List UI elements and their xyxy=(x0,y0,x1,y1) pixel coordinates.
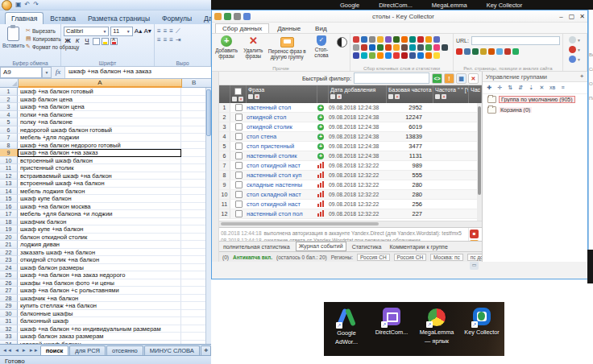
cell-b[interactable] xyxy=(181,256,207,264)
kc-bottom-tab[interactable]: Комментарии к группе xyxy=(387,244,450,250)
collect-tool-icon[interactable] xyxy=(377,52,384,59)
cell-a[interactable]: мебель +для лоджии xyxy=(18,134,181,142)
collect-tool-icon[interactable] xyxy=(377,44,384,51)
excel-row[interactable]: 16 шкаф +на балкон москва xyxy=(0,203,211,211)
row-number[interactable]: 10 xyxy=(0,157,18,165)
cell-a[interactable]: шкаф +на балкон +с рольставнями xyxy=(18,287,181,295)
row-number[interactable]: 17 xyxy=(0,210,18,218)
collect-tool-icon[interactable] xyxy=(393,36,400,43)
row-number[interactable]: 5 xyxy=(0,118,18,126)
kc-bottom-tab[interactable]: полнительная статистика xyxy=(221,244,292,250)
cell-a[interactable]: шкаф +на балкон +по индивидуальным разме… xyxy=(18,325,181,333)
row-number[interactable]: 19 xyxy=(0,225,18,234)
collect-tool-icon[interactable] xyxy=(353,44,359,51)
pin-icon[interactable]: ✦ xyxy=(579,73,584,81)
phrase-cell[interactable]: откидной стол xyxy=(247,114,317,121)
row-number[interactable]: 18 xyxy=(0,218,18,226)
cell-a[interactable]: недорогой шкаф балкон готовый xyxy=(18,126,181,134)
cell-a[interactable]: мебель +для балкона +и лоджии xyxy=(18,210,181,218)
kc-table-row[interactable]: 8 настенный стол куп + 09.08.2018 12:32:… xyxy=(219,171,482,180)
far-tool-icon[interactable]: ▼ xyxy=(569,36,581,43)
kc-table-row[interactable]: 9 складные настенны + 09.08.2018 12:32:2… xyxy=(219,180,482,190)
excel-row[interactable]: 13 встроенный шкаф +на балкон xyxy=(0,180,211,188)
column-header-a[interactable]: A xyxy=(19,79,182,88)
kc-table-row[interactable]: 5 стол пристенный + 09.08.2018 12:24:38 … xyxy=(219,142,482,151)
clear-log-icon[interactable]: ▭ xyxy=(470,261,479,270)
row-number[interactable]: 4 xyxy=(0,111,18,119)
group-tree-item[interactable]: Группа по умолчанию (905) xyxy=(483,94,587,105)
row-checkbox[interactable] xyxy=(235,133,243,140)
add-phrases-button[interactable]: + Добавить фразы xyxy=(214,35,238,59)
collect-tool-icon[interactable] xyxy=(417,52,424,59)
cell-b[interactable] xyxy=(181,111,207,119)
cell-b[interactable] xyxy=(181,142,207,150)
collect-tool-icon[interactable] xyxy=(442,44,448,51)
collect-tool-icon[interactable] xyxy=(361,44,367,51)
row-number[interactable]: 6 xyxy=(0,126,18,134)
cell-b[interactable] xyxy=(181,279,207,287)
row-number[interactable]: 21 xyxy=(0,241,18,249)
desktop-icon-megalemma[interactable]: ↗ MegaLemma — ярлык xyxy=(414,307,459,356)
row-checkbox[interactable] xyxy=(235,104,243,111)
cell-a[interactable]: шкафы +на балкон фото +и цены xyxy=(18,279,181,287)
cell-b[interactable] xyxy=(181,271,207,279)
filter-action-icon[interactable]: ▦ xyxy=(456,73,467,84)
italic-button[interactable]: К xyxy=(73,37,81,45)
minimize-button[interactable]: – xyxy=(556,13,566,20)
filter-action-icon[interactable]: ✕ xyxy=(468,73,479,84)
name-box-dropdown-icon[interactable]: ▼ xyxy=(42,67,52,78)
cell-a[interactable]: шкаф +на балкон +на заказ xyxy=(18,149,181,157)
align-left-icon[interactable]: ≡ xyxy=(157,36,161,43)
bold-button[interactable]: Ж xyxy=(64,37,72,45)
cell-b[interactable] xyxy=(181,126,207,134)
kc-menu-tab[interactable]: Данные xyxy=(271,24,307,33)
row-checkbox[interactable] xyxy=(235,201,243,208)
excel-row[interactable]: 29 купить стеллаж +на балкон xyxy=(0,302,211,310)
kc-table-row[interactable]: 6 настенный столик + 09.08.2018 12:24:38… xyxy=(219,151,482,161)
cell-a[interactable]: шкаф балкон размеры xyxy=(18,264,181,272)
cell-a[interactable]: шкафчик +на балкон xyxy=(18,295,181,303)
cell-a[interactable]: встроенный шкаф +на балкон xyxy=(18,180,181,188)
cell-a[interactable]: шкаф купе балкон xyxy=(18,195,181,203)
header-frequency-yw[interactable]: Частота " " [YW] xyxy=(433,85,469,103)
excel-row[interactable]: 1 шкаф +на балкон готовый xyxy=(0,88,211,96)
transfer-phrases-button[interactable]: Перенос фраз в другую группу xyxy=(268,35,306,60)
insert-sheet-tab-icon[interactable]: ✚ xyxy=(201,345,211,355)
collect-tool-icon[interactable] xyxy=(425,44,432,51)
phrase-cell[interactable]: откидной столик xyxy=(247,123,317,130)
phrase-cell[interactable]: стол откидной наст xyxy=(247,201,317,208)
row-number[interactable]: 12 xyxy=(0,172,18,180)
kc-table-row[interactable]: 1 настенный стол + 09.08.2018 12:24:38 2… xyxy=(219,103,482,113)
phrase-cell[interactable]: настенный стол xyxy=(247,104,317,111)
collect-tool-icon[interactable] xyxy=(401,36,408,43)
kc-bottom-tab[interactable]: Статистика xyxy=(350,244,384,250)
row-number[interactable]: 30 xyxy=(0,310,18,318)
excel-row[interactable]: 26 шкафы +на балкон фото +и цены xyxy=(0,279,211,287)
group-toolbar-icon[interactable]: ✛ xyxy=(496,84,504,92)
cell-b[interactable] xyxy=(181,264,207,272)
align-bottom-icon[interactable]: ≡ xyxy=(169,27,173,35)
collect-tool-icon[interactable] xyxy=(369,52,375,59)
cell-a[interactable]: мебель лоджия балкон xyxy=(18,188,181,196)
row-number[interactable]: 26 xyxy=(0,279,18,287)
cell-b[interactable] xyxy=(181,241,207,249)
collect-tool-icon[interactable] xyxy=(409,36,416,43)
paste-button[interactable]: Вставить xyxy=(2,26,23,58)
cell-a[interactable]: заказать шкаф +на балкон xyxy=(18,249,181,257)
align-middle-icon[interactable]: ≡ xyxy=(164,27,168,35)
stop-words-button[interactable]: ✓ Стоп-слова xyxy=(309,35,334,58)
desktop-icon-google-adwords[interactable]: ↗ Google AdWor... xyxy=(324,307,369,356)
cell-a[interactable]: шкафчик балкон xyxy=(18,218,181,226)
collect-tool-icon[interactable] xyxy=(409,44,416,51)
select-all-corner[interactable] xyxy=(0,79,19,88)
name-box[interactable]: A9 xyxy=(0,67,42,78)
excel-ribbon-tab[interactable]: Разметка страницы xyxy=(82,13,156,24)
excel-row[interactable]: 33 шкаф балкон заказ размерам xyxy=(0,333,211,341)
row-number[interactable]: 33 xyxy=(0,333,18,341)
header-frequency-cut[interactable]: Час xyxy=(469,85,482,103)
kc-menu-tab[interactable]: Вид xyxy=(309,24,333,33)
phrase-cell[interactable]: складные настенны xyxy=(247,181,317,188)
row-number[interactable]: 13 xyxy=(0,180,18,188)
excel-row[interactable]: 22 заказать шкаф +на балкон xyxy=(0,249,211,257)
fill-color-button[interactable] xyxy=(102,38,109,45)
